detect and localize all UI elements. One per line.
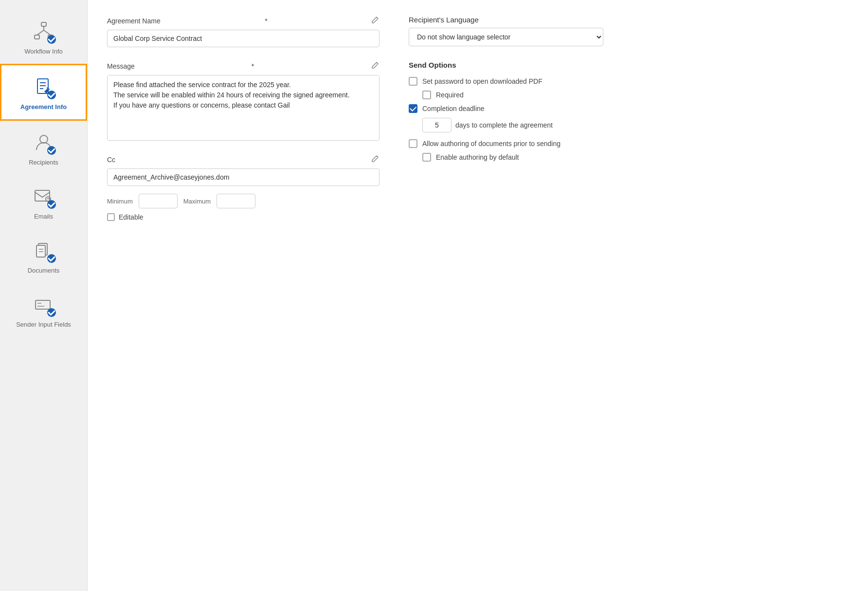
cc-input[interactable]: [107, 168, 380, 186]
emails-icon-wrap: [31, 184, 57, 210]
check-icon: [47, 193, 56, 216]
sender-input-fields-badge: [47, 308, 56, 317]
send-options-section: Send Options Set password to open downlo…: [409, 61, 603, 162]
documents-icon-wrap: [31, 238, 57, 264]
workflow-info-label: Workflow Info: [24, 48, 63, 55]
cc-label: Cc: [107, 156, 115, 164]
required-checkbox[interactable]: [422, 91, 431, 99]
sidebar-item-sender-input-fields[interactable]: Sender Input Fields: [0, 283, 87, 337]
allow-authoring-checkbox[interactable]: [409, 139, 417, 148]
agreement-name-edit-icon[interactable]: [371, 16, 380, 26]
send-options-title: Send Options: [409, 61, 603, 69]
message-label: Message: [107, 62, 135, 70]
editable-checkbox[interactable]: [107, 213, 115, 221]
sidebar: Workflow Info Agreement Info: [0, 0, 88, 591]
agreement-name-required: *: [265, 17, 267, 25]
sidebar-item-recipients[interactable]: Recipients: [0, 121, 87, 175]
check-icon: [47, 301, 56, 324]
sidebar-item-emails[interactable]: Emails: [0, 175, 87, 229]
documents-badge: [47, 254, 56, 263]
allow-authoring-row: Allow authoring of documents prior to se…: [409, 139, 603, 148]
completion-deadline-label[interactable]: Completion deadline: [422, 105, 485, 112]
editable-row: Editable: [107, 213, 380, 221]
maximum-input[interactable]: [217, 194, 255, 208]
authoring-sub-option: Enable authoring by default: [422, 153, 603, 162]
workflow-info-icon-wrap: [31, 18, 57, 45]
language-select[interactable]: Do not show language selector: [409, 28, 603, 46]
agreement-name-input[interactable]: [107, 30, 380, 47]
message-header: Message *: [107, 61, 380, 71]
agreement-name-header: Agreement Name *: [107, 16, 380, 26]
recipients-badge: [47, 146, 56, 155]
svg-point-11: [40, 135, 48, 143]
minimum-label: Minimum: [107, 198, 133, 205]
sidebar-item-agreement-info[interactable]: Agreement Info: [0, 64, 87, 121]
cc-section: Cc: [107, 154, 380, 186]
allow-authoring-label[interactable]: Allow authoring of documents prior to se…: [422, 140, 561, 148]
agreement-info-badge: [47, 91, 56, 99]
cc-edit-icon[interactable]: [371, 154, 380, 165]
sender-input-fields-label: Sender Input Fields: [16, 321, 71, 328]
sender-input-fields-icon-wrap: [31, 292, 57, 318]
maximum-label: Maximum: [183, 198, 211, 205]
min-max-row: Minimum Maximum: [107, 194, 380, 208]
agreement-info-icon-wrap: [31, 74, 57, 100]
language-section: Recipient's Language Do not show languag…: [409, 16, 603, 46]
cc-header: Cc: [107, 154, 380, 165]
minimum-input[interactable]: [139, 194, 178, 208]
password-checkbox[interactable]: [409, 77, 417, 86]
svg-rect-0: [41, 22, 46, 26]
svg-rect-15: [36, 245, 45, 257]
enable-authoring-row: Enable authoring by default: [422, 153, 603, 162]
left-column: Agreement Name * Message *: [107, 16, 380, 221]
required-option-row: Required: [422, 91, 603, 99]
main-content: Agreement Name * Message *: [88, 0, 868, 591]
password-option-row: Set password to open downloaded PDF: [409, 77, 603, 86]
password-sub-option: Required: [422, 91, 603, 99]
required-label[interactable]: Required: [436, 91, 464, 99]
editable-label[interactable]: Editable: [119, 213, 144, 221]
agreement-name-section: Agreement Name *: [107, 16, 380, 47]
check-icon: [47, 84, 56, 106]
emails-badge: [47, 200, 56, 209]
message-textarea-wrap: Please find attached the service contrac…: [107, 75, 380, 141]
check-icon: [47, 28, 56, 51]
right-column: Recipient's Language Do not show languag…: [409, 16, 603, 221]
message-edit-icon[interactable]: [371, 61, 380, 71]
deadline-days-label: days to complete the agreement: [455, 121, 553, 129]
recipients-icon-wrap: [31, 129, 57, 156]
enable-authoring-label[interactable]: Enable authoring by default: [436, 153, 519, 161]
check-icon: [47, 139, 56, 162]
password-label[interactable]: Set password to open downloaded PDF: [422, 77, 542, 85]
message-section: Message * Please find attached the servi…: [107, 61, 380, 141]
language-label: Recipient's Language: [409, 16, 603, 24]
completion-deadline-row: Completion deadline: [409, 104, 603, 113]
deadline-days-row: days to complete the agreement: [422, 118, 603, 132]
sidebar-item-documents[interactable]: Documents: [0, 229, 87, 283]
message-textarea[interactable]: Please find attached the service contrac…: [108, 75, 379, 139]
enable-authoring-checkbox[interactable]: [422, 153, 431, 162]
agreement-name-label: Agreement Name: [107, 17, 161, 25]
deadline-days-input[interactable]: [422, 118, 452, 132]
workflow-info-badge: [47, 35, 56, 44]
svg-rect-1: [35, 35, 39, 39]
sidebar-item-workflow-info[interactable]: Workflow Info: [0, 10, 87, 64]
check-icon: [47, 247, 56, 270]
message-required: *: [252, 62, 254, 70]
completion-deadline-checkbox[interactable]: [409, 104, 417, 113]
agreement-info-label: Agreement Info: [20, 103, 67, 111]
svg-line-4: [37, 30, 44, 35]
